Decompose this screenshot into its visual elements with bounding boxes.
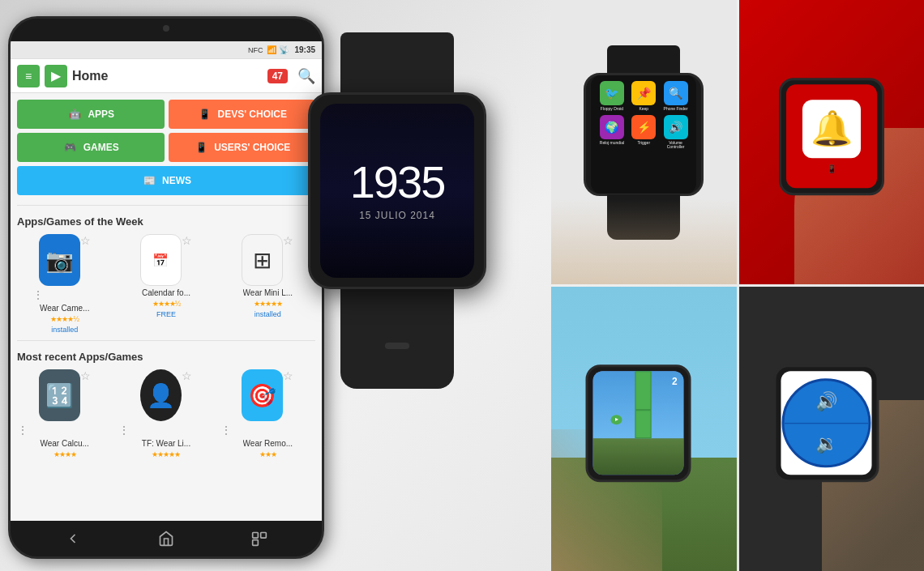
mini-label-keep: Keep — [639, 107, 648, 112]
right-panels: 🐦 Floppy Droid 📌 Keep 🔍 Phone Finder — [551, 0, 924, 571]
flappy-pipe-top-1 — [635, 371, 652, 410]
more-dots-tf: ⋮ — [118, 424, 130, 437]
volume-down-section[interactable]: 🔉 — [784, 424, 868, 466]
watch-side-button — [385, 343, 409, 349]
divider-2 — [17, 340, 315, 341]
panel-watch-apps: 🐦 Floppy Droid 📌 Keep 🔍 Phone Finder — [551, 0, 737, 284]
notification-icon-display: 🔔 — [802, 100, 861, 158]
news-icon: 📰 — [141, 173, 157, 189]
mini-app-reloj: 🌍 Reloj mundial — [597, 115, 626, 150]
app-card-calc[interactable]: 🔢 ☆ ⋮ Wear Calcu... ★★★★ — [17, 369, 112, 458]
calendar-app-stars: ★★★★½ — [152, 300, 181, 308]
tf-app-icon: 👤 — [140, 369, 182, 421]
watch-body: 1935 15 JULIO 2014 — [308, 92, 486, 289]
calc-app-icon: 🔢 — [39, 369, 80, 421]
watch-screen: 1935 15 JULIO 2014 — [320, 104, 474, 278]
mini-label-phone: Phone Finder — [664, 107, 688, 112]
calc-app-stars: ★★★★ — [53, 450, 76, 458]
remote-app-stars: ★★★ — [259, 450, 276, 458]
panel-volume-control: 🔊 🔉 — [739, 287, 925, 571]
news-button[interactable]: 📰 NEWS — [17, 166, 315, 195]
section-week-title: Apps/Games of the Week — [11, 209, 322, 231]
main-scene: NFC 📶 📡 19:35 ≡ ▶ Home 47 🔍 🤖 APPS — [0, 0, 924, 571]
volume-circle-display: 🔊 🔉 — [781, 378, 871, 467]
play-nav-bar: ≡ ▶ Home 47 🔍 — [11, 59, 322, 93]
watch-strap-top — [340, 32, 454, 96]
mini-icon-keep: 📌 — [631, 81, 656, 105]
camera-app-status: installed — [51, 326, 78, 334]
phone-screen: NFC 📶 📡 19:35 ≡ ▶ Home 47 🔍 🤖 APPS — [11, 41, 322, 521]
users-icon: 📱 — [193, 139, 209, 156]
games-icon: 🎮 — [62, 139, 79, 156]
tf-app-stars: ★★★★★ — [152, 450, 180, 458]
flappy-watch-body: ▸ 2 — [586, 364, 691, 482]
mini-app-flappy: 🐦 Floppy Droid — [597, 81, 626, 112]
recents-button[interactable] — [245, 524, 274, 553]
phone-bottom-nav — [11, 521, 322, 556]
notif-watch-body: 🔔 📱 — [779, 78, 884, 195]
tf-app-name: TF: Wear Li... — [142, 439, 190, 448]
app-card-camera[interactable]: 📷 ☆ ⋮ Wear Came... ★★★★½ installed — [17, 234, 112, 334]
calendar-app-status: FREE — [156, 310, 176, 318]
remote-app-icon: 🎯 — [242, 369, 283, 421]
volume-watch-body: 🔊 🔉 — [773, 364, 879, 482]
mini-label-trigger: Trigger — [637, 141, 650, 146]
svg-rect-1 — [260, 533, 266, 539]
more-dots-remote: ⋮ — [220, 424, 232, 437]
mini-app-icon: ⊞ — [242, 234, 283, 286]
front-camera — [163, 25, 169, 32]
app-card-calendar[interactable]: 📅 ☆ Calendar fo... ★★★★½ FREE — [118, 234, 213, 334]
mini-app-keep: 📌 Keep — [630, 81, 658, 112]
flappy-score-display: 2 — [672, 376, 678, 387]
volume-up-section[interactable]: 🔊 — [784, 381, 868, 424]
mini-icon-phone: 🔍 — [664, 81, 688, 105]
mini-icon-reloj: 🌍 — [600, 115, 624, 139]
mini-app-trigger: ⚡ Trigger — [630, 115, 658, 150]
nfc-icon: NFC — [248, 46, 263, 54]
flappy-pipe-bottom-1 — [635, 410, 652, 438]
app-card-tf[interactable]: 👤 ☆ ⋮ TF: Wear Li... ★★★★★ — [118, 369, 213, 458]
notif-phone-label: 📱 — [827, 164, 836, 173]
home-button[interactable] — [152, 524, 181, 553]
section-recent-title: Most recent Apps/Games — [11, 344, 322, 366]
back-button[interactable] — [58, 524, 88, 553]
divider-1 — [17, 205, 315, 206]
hamburger-menu[interactable]: ≡ — [17, 65, 40, 87]
games-button[interactable]: 🎮 GAMES — [17, 133, 165, 162]
star-outline-4: ☆ — [80, 369, 91, 382]
panel-strap-top-1 — [607, 45, 680, 75]
play-store-icon: ▶ — [45, 65, 67, 87]
apps-button[interactable]: 🤖 APPS — [17, 100, 165, 129]
smartwatch-mockup: 1935 15 JULIO 2014 — [284, 32, 511, 389]
more-dots-calc: ⋮ — [17, 424, 28, 437]
mini-icon-trigger: ⚡ — [631, 115, 656, 139]
star-outline-5: ☆ — [182, 369, 192, 382]
android-icon: 🤖 — [66, 106, 83, 122]
flappy-ground — [593, 438, 684, 475]
mini-app-phone: 🔍 Phone Finder — [661, 81, 690, 112]
remote-app-name: Wear Remo... — [243, 439, 293, 448]
flappy-game-screen: ▸ 2 — [593, 371, 684, 475]
mini-app-stars: ★★★★★ — [254, 300, 282, 308]
apps-recent-grid: 🔢 ☆ ⋮ Wear Calcu... ★★★★ 👤 ☆ ⋮ TF: Wear … — [11, 366, 322, 462]
flappy-watch-container: ▸ 2 — [586, 364, 691, 482]
mini-label-volume: Volume Controller — [661, 141, 690, 150]
star-outline-1: ☆ — [80, 234, 91, 247]
panel-notification: 🔔 📱 — [739, 0, 925, 284]
calc-app-name: Wear Calcu... — [40, 439, 88, 448]
mini-icon-flappy: 🐦 — [600, 81, 624, 105]
mini-label-flappy: Floppy Droid — [601, 107, 623, 112]
watch-strap-bottom — [340, 286, 454, 389]
volume-watch-container: 🔊 🔉 — [773, 364, 879, 482]
panel-watch-container-1: 🐦 Floppy Droid 📌 Keep 🔍 Phone Finder — [567, 45, 721, 240]
category-buttons: 🤖 APPS 📱 DEVS' CHOICE 🎮 GAMES 📱 USERS' C… — [11, 93, 322, 202]
watch-time-display: 1935 — [350, 160, 445, 205]
panel-strap-bottom-1 — [607, 194, 680, 239]
mini-app-status: installed — [255, 310, 281, 318]
mini-app-grid: 🐦 Floppy Droid 📌 Keep 🔍 Phone Finder — [591, 75, 696, 156]
panel-watch-body-1: 🐦 Floppy Droid 📌 Keep 🔍 Phone Finder — [584, 73, 704, 196]
volume-watch-screen: 🔊 🔉 — [781, 371, 871, 475]
svg-rect-2 — [252, 540, 258, 546]
svg-rect-0 — [252, 533, 258, 539]
status-bar: NFC 📶 📡 19:35 — [11, 41, 322, 59]
